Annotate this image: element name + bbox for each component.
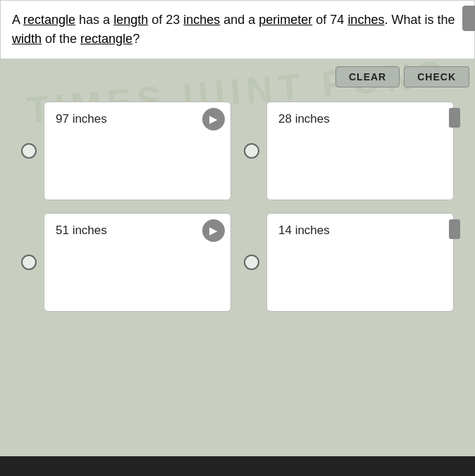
answer-text-b: 28 inches bbox=[278, 112, 330, 126]
answer-text-d: 14 inches bbox=[278, 224, 330, 237]
side-icon-d[interactable] bbox=[449, 219, 460, 239]
sound-icon-c: ▶ bbox=[209, 224, 218, 237]
answer-text-a: 97 inches bbox=[56, 112, 107, 126]
word-inches-1: inches bbox=[183, 13, 220, 27]
question-text: A rectangle has a length of 23 inches an… bbox=[12, 13, 455, 46]
radio-c[interactable] bbox=[21, 255, 37, 270]
answer-cell-b: 28 inches bbox=[244, 102, 454, 200]
word-rectangle-2: rectangle bbox=[80, 32, 132, 46]
clear-button[interactable]: CLEAR bbox=[335, 66, 400, 87]
answer-card-d[interactable]: 14 inches bbox=[266, 213, 454, 312]
radio-b[interactable] bbox=[244, 143, 259, 159]
radio-d[interactable] bbox=[244, 255, 259, 270]
sound-button-c[interactable]: ▶ bbox=[202, 219, 225, 242]
sound-button-a[interactable]: ▶ bbox=[202, 108, 225, 130]
word-inches-2: inches bbox=[347, 13, 384, 27]
top-right-icon[interactable] bbox=[462, 6, 475, 31]
word-length: length bbox=[113, 13, 148, 27]
bottom-bar bbox=[0, 456, 475, 476]
answer-cell-a: 97 inches ▶ bbox=[21, 102, 231, 200]
word-width: width bbox=[12, 32, 42, 46]
check-button[interactable]: CHECK bbox=[404, 66, 469, 87]
answer-text-c: 51 inches bbox=[56, 224, 107, 237]
answer-card-a[interactable]: 97 inches ▶ bbox=[44, 102, 231, 200]
radio-a[interactable] bbox=[21, 143, 37, 159]
answer-card-b[interactable]: 28 inches bbox=[266, 102, 454, 200]
toolbar: CLEAR CHECK bbox=[0, 59, 475, 94]
side-icon-b[interactable] bbox=[449, 108, 460, 128]
answer-cell-d: 14 inches bbox=[244, 213, 454, 312]
word-rectangle-1: rectangle bbox=[23, 13, 75, 27]
answers-grid: 97 inches ▶ 28 inches 51 inches ▶ 14 inc… bbox=[0, 94, 475, 326]
sound-icon-a: ▶ bbox=[209, 113, 218, 126]
answer-cell-c: 51 inches ▶ bbox=[21, 213, 231, 312]
question-box: A rectangle has a length of 23 inches an… bbox=[0, 0, 475, 59]
word-perimeter: perimeter bbox=[259, 13, 312, 27]
answer-card-c[interactable]: 51 inches ▶ bbox=[44, 213, 231, 312]
